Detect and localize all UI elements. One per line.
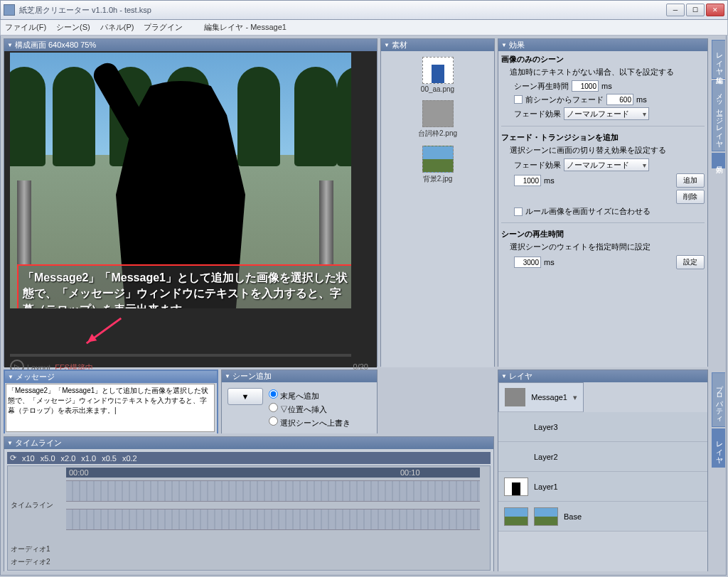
layer-row[interactable]: Layer1 xyxy=(498,472,707,502)
timeline-body[interactable]: 00:0000:10 タイムライン オーディオ1 オーディオ2 xyxy=(7,465,491,571)
layer-row[interactable]: Message1 xyxy=(498,382,584,412)
layer-row[interactable]: Base xyxy=(498,502,707,532)
preview-panel: ▼構成画面 640x480 75% 「Message2」「Message1」とし… xyxy=(4,38,378,367)
rule-fit-checkbox[interactable] xyxy=(514,207,523,216)
menu-plugin[interactable]: プラグイン xyxy=(144,22,183,33)
layers-panel: ▼レイヤ Message1 Layer3 Layer2 Layer1 Base xyxy=(498,370,708,571)
zoom-x05[interactable]: x0.5 xyxy=(102,454,117,463)
message-input[interactable] xyxy=(6,384,215,432)
edit-layer-label: 編集レイヤ - Message1 xyxy=(204,22,287,33)
scene-time-input[interactable] xyxy=(572,80,599,92)
menu-file[interactable]: ファイル(F) xyxy=(5,22,46,33)
add-button[interactable]: 追加 xyxy=(676,173,705,188)
sidetab-property[interactable]: プロパティ xyxy=(712,372,725,427)
preview-title: 構成画面 640x480 75% xyxy=(15,40,96,50)
sidetab-layer-edit[interactable]: レイヤ編集 xyxy=(712,40,725,79)
layer-row[interactable]: Layer2 xyxy=(498,442,707,472)
asset-item[interactable]: 00_aa.png xyxy=(384,57,491,93)
prev-fade-checkbox[interactable] xyxy=(514,95,523,104)
transition-time-input[interactable] xyxy=(514,175,541,186)
overlay-text: 「Message2」「Message1」として追加した画像を選択した状態で、「メ… xyxy=(18,266,351,308)
minimize-button[interactable]: ─ xyxy=(666,4,685,16)
message-overlay[interactable]: 「Message2」「Message1」として追加した画像を選択した状態で、「メ… xyxy=(17,264,351,308)
set-button[interactable]: 設定 xyxy=(676,255,705,269)
message-panel: ▼メッセージ xyxy=(4,370,218,433)
layer-row[interactable]: Layer3 xyxy=(498,412,707,442)
sidetab-effects[interactable]: 効果 xyxy=(712,153,725,168)
asset-item[interactable]: 背景2.jpg xyxy=(384,146,491,184)
scene-add-button[interactable]: ▼ xyxy=(228,388,263,405)
radio-append[interactable]: 末尾へ追加 xyxy=(269,389,350,401)
prev-fade-input[interactable] xyxy=(606,94,633,105)
transition-select[interactable]: ノーマルフェード xyxy=(564,158,649,171)
assets-panel: ▼素材 00_aa.png 台詞枠2.png 背景2.jpg xyxy=(380,38,495,367)
asset-item[interactable]: 台詞枠2.png xyxy=(384,100,491,139)
zoom-x2[interactable]: x2.0 xyxy=(61,454,76,463)
wait-time-input[interactable] xyxy=(514,257,541,268)
sidetab-message-layer[interactable]: メッセージレイヤ xyxy=(712,80,725,151)
menu-panel[interactable]: パネル(P) xyxy=(100,22,134,33)
app-icon xyxy=(4,4,15,16)
effects-panel: ▼効果 画像のみのシーン 追加時にテキストがない場合、以下を設定する シーン再生… xyxy=(498,38,708,367)
window-title: 紙芝居クリエーター v1.1.0h - test.ksp xyxy=(19,5,666,16)
delete-button[interactable]: 削除 xyxy=(676,190,705,204)
radio-insert[interactable]: ▽位置へ挿入 xyxy=(269,403,350,415)
preview-canvas[interactable]: 「Message2」「Message1」として追加した画像を選択した状態で、「メ… xyxy=(10,53,351,308)
maximize-button[interactable]: ☐ xyxy=(686,4,705,16)
zoom-x1[interactable]: x1.0 xyxy=(81,454,96,463)
zoom-x10[interactable]: x10 xyxy=(22,454,35,463)
menu-scene[interactable]: シーン(S) xyxy=(56,22,90,33)
sidetab-layer[interactable]: レイヤ xyxy=(712,428,725,468)
title-bar: 紙芝居クリエーター v1.1.0h - test.ksp ─ ☐ ✕ xyxy=(0,0,728,20)
loop-icon[interactable]: ⟳ xyxy=(10,453,16,463)
zoom-x02[interactable]: x0.2 xyxy=(122,454,137,463)
menu-bar: ファイル(F) シーン(S) パネル(P) プラグイン 編集レイヤ - Mess… xyxy=(0,20,728,36)
scene-add-panel: ▼シーン追加 ▼ 末尾へ追加 ▽位置へ挿入 選択シーンへ上書き xyxy=(221,370,378,433)
radio-overwrite[interactable]: 選択シーンへ上書き xyxy=(269,416,350,428)
timeline-panel: ▼タイムライン ⟳ x10 x5.0 x2.0 x1.0 x0.5 x0.2 0… xyxy=(4,436,494,571)
fade-effect-select[interactable]: ノーマルフェード xyxy=(564,107,649,120)
annotation-arrow xyxy=(86,318,122,345)
zoom-x5[interactable]: x5.0 xyxy=(41,454,55,463)
close-button[interactable]: ✕ xyxy=(706,4,724,16)
